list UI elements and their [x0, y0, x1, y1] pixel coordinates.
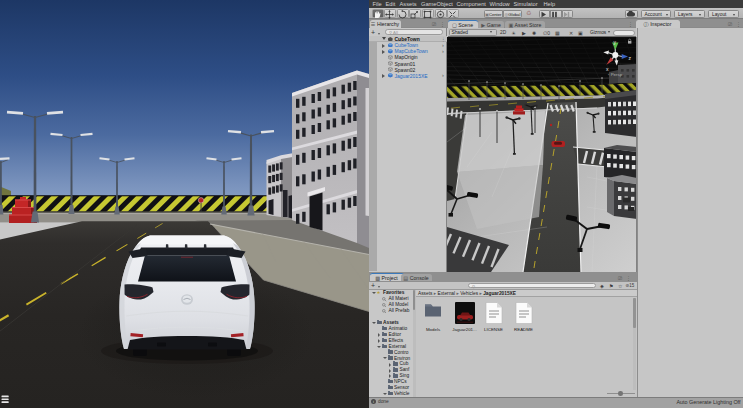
svg-text:‹ Persp: ‹ Persp — [608, 72, 623, 77]
